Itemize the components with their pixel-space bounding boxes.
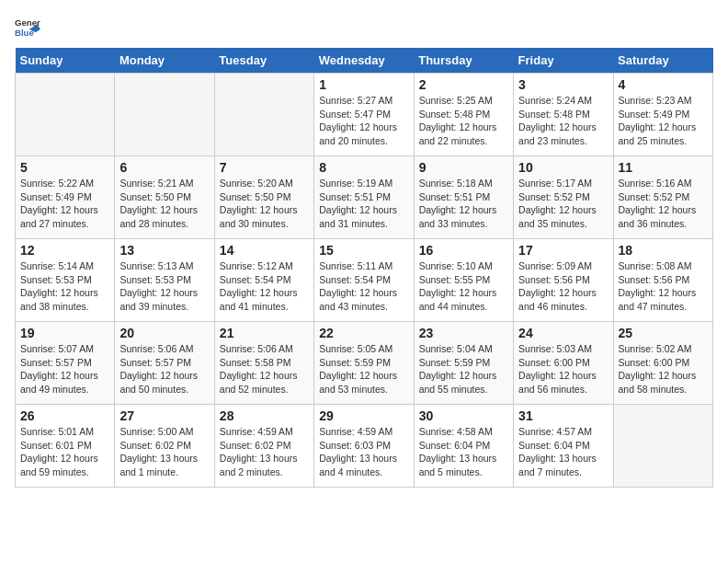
table-row: 19Sunrise: 5:07 AMSunset: 5:57 PMDayligh… [16, 322, 115, 405]
day-number: 7 [220, 160, 309, 175]
table-row: 23Sunrise: 5:04 AMSunset: 5:59 PMDayligh… [414, 322, 513, 405]
cell-info: Sunrise: 5:22 AMSunset: 5:49 PMDaylight:… [20, 177, 109, 231]
col-thursday: Thursday [414, 48, 513, 74]
day-number: 18 [619, 243, 708, 258]
col-sunday: Sunday [16, 48, 115, 74]
cell-info: Sunrise: 5:09 AMSunset: 5:56 PMDaylight:… [518, 259, 608, 314]
cell-info: Sunrise: 5:19 AMSunset: 5:51 PMDaylight:… [319, 177, 408, 231]
svg-text:Blue: Blue [15, 28, 34, 38]
day-number: 20 [119, 326, 209, 340]
table-row [16, 74, 115, 156]
cell-info: Sunrise: 5:23 AMSunset: 5:49 PMDaylight:… [619, 94, 708, 148]
day-number: 9 [419, 160, 508, 175]
col-monday: Monday [115, 48, 214, 74]
day-number: 26 [20, 408, 109, 423]
cell-info: Sunrise: 5:17 AMSunset: 5:52 PMDaylight:… [518, 177, 608, 231]
day-number: 17 [518, 243, 608, 258]
table-row: 31Sunrise: 4:57 AMSunset: 6:04 PMDayligh… [514, 405, 613, 488]
col-wednesday: Wednesday [314, 48, 414, 74]
header: General Blue [15, 15, 713, 40]
table-row: 1Sunrise: 5:27 AMSunset: 5:47 PMDaylight… [314, 74, 414, 156]
day-number: 6 [119, 160, 209, 175]
logo-icon: General Blue [15, 15, 40, 40]
day-number: 5 [20, 160, 109, 175]
table-row: 6Sunrise: 5:21 AMSunset: 5:50 PMDaylight… [115, 156, 214, 239]
day-number: 19 [20, 326, 109, 340]
cell-info: Sunrise: 5:03 AMSunset: 6:00 PMDaylight:… [518, 342, 608, 396]
table-row: 4Sunrise: 5:23 AMSunset: 5:49 PMDaylight… [613, 74, 712, 156]
table-row: 14Sunrise: 5:12 AMSunset: 5:54 PMDayligh… [214, 239, 313, 322]
cell-info: Sunrise: 5:01 AMSunset: 6:01 PMDaylight:… [20, 425, 109, 479]
calendar-week-row: 19Sunrise: 5:07 AMSunset: 5:57 PMDayligh… [16, 322, 713, 405]
calendar-week-row: 5Sunrise: 5:22 AMSunset: 5:49 PMDaylight… [16, 156, 713, 239]
day-number: 13 [119, 243, 209, 258]
day-number: 16 [419, 243, 508, 258]
table-row: 17Sunrise: 5:09 AMSunset: 5:56 PMDayligh… [514, 239, 613, 322]
day-number: 15 [319, 243, 408, 258]
day-number: 27 [119, 408, 209, 423]
cell-info: Sunrise: 5:11 AMSunset: 5:54 PMDaylight:… [319, 259, 408, 314]
cell-info: Sunrise: 5:08 AMSunset: 5:56 PMDaylight:… [619, 259, 708, 314]
cell-info: Sunrise: 4:59 AMSunset: 6:02 PMDaylight:… [220, 425, 309, 479]
day-number: 8 [319, 160, 408, 175]
cell-info: Sunrise: 5:10 AMSunset: 5:55 PMDaylight:… [419, 259, 508, 314]
day-number: 21 [220, 326, 309, 340]
day-number: 11 [619, 160, 708, 175]
cell-info: Sunrise: 5:21 AMSunset: 5:50 PMDaylight:… [119, 177, 209, 231]
table-row: 7Sunrise: 5:20 AMSunset: 5:50 PMDaylight… [214, 156, 313, 239]
day-number: 29 [319, 408, 408, 423]
day-number: 31 [518, 408, 608, 423]
cell-info: Sunrise: 5:02 AMSunset: 6:00 PMDaylight:… [619, 342, 708, 396]
table-row [115, 74, 214, 156]
cell-info: Sunrise: 5:13 AMSunset: 5:53 PMDaylight:… [119, 259, 209, 314]
day-number: 2 [419, 77, 508, 92]
cell-info: Sunrise: 4:57 AMSunset: 6:04 PMDaylight:… [518, 425, 608, 479]
cell-info: Sunrise: 5:07 AMSunset: 5:57 PMDaylight:… [20, 342, 109, 396]
cell-info: Sunrise: 5:14 AMSunset: 5:53 PMDaylight:… [20, 259, 109, 314]
day-number: 3 [518, 77, 608, 92]
cell-info: Sunrise: 5:12 AMSunset: 5:54 PMDaylight:… [220, 259, 309, 314]
table-row [613, 405, 712, 488]
day-number: 14 [220, 243, 309, 258]
logo: General Blue [15, 15, 40, 40]
cell-info: Sunrise: 5:06 AMSunset: 5:57 PMDaylight:… [119, 342, 209, 396]
cell-info: Sunrise: 5:18 AMSunset: 5:51 PMDaylight:… [419, 177, 508, 231]
table-row: 28Sunrise: 4:59 AMSunset: 6:02 PMDayligh… [214, 405, 313, 488]
calendar-week-row: 12Sunrise: 5:14 AMSunset: 5:53 PMDayligh… [16, 239, 713, 322]
table-row: 13Sunrise: 5:13 AMSunset: 5:53 PMDayligh… [115, 239, 214, 322]
calendar-week-row: 1Sunrise: 5:27 AMSunset: 5:47 PMDaylight… [16, 74, 713, 156]
cell-info: Sunrise: 5:16 AMSunset: 5:52 PMDaylight:… [619, 177, 708, 231]
cell-info: Sunrise: 5:27 AMSunset: 5:47 PMDaylight:… [319, 94, 408, 148]
table-row: 10Sunrise: 5:17 AMSunset: 5:52 PMDayligh… [514, 156, 613, 239]
col-friday: Friday [514, 48, 613, 74]
table-row: 5Sunrise: 5:22 AMSunset: 5:49 PMDaylight… [16, 156, 115, 239]
day-number: 25 [619, 326, 708, 340]
table-row: 22Sunrise: 5:05 AMSunset: 5:59 PMDayligh… [314, 322, 414, 405]
day-number: 1 [319, 77, 408, 92]
table-row: 21Sunrise: 5:06 AMSunset: 5:58 PMDayligh… [214, 322, 313, 405]
table-row: 11Sunrise: 5:16 AMSunset: 5:52 PMDayligh… [613, 156, 712, 239]
col-tuesday: Tuesday [214, 48, 313, 74]
table-row: 29Sunrise: 4:59 AMSunset: 6:03 PMDayligh… [314, 405, 414, 488]
calendar-table: Sunday Monday Tuesday Wednesday Thursday… [15, 48, 713, 488]
table-row: 2Sunrise: 5:25 AMSunset: 5:48 PMDaylight… [414, 74, 513, 156]
table-row: 24Sunrise: 5:03 AMSunset: 6:00 PMDayligh… [514, 322, 613, 405]
day-number: 22 [319, 326, 408, 340]
cell-info: Sunrise: 4:59 AMSunset: 6:03 PMDaylight:… [319, 425, 408, 479]
table-row: 27Sunrise: 5:00 AMSunset: 6:02 PMDayligh… [115, 405, 214, 488]
day-number: 12 [20, 243, 109, 258]
table-row: 12Sunrise: 5:14 AMSunset: 5:53 PMDayligh… [16, 239, 115, 322]
table-row: 25Sunrise: 5:02 AMSunset: 6:00 PMDayligh… [613, 322, 712, 405]
table-row: 26Sunrise: 5:01 AMSunset: 6:01 PMDayligh… [16, 405, 115, 488]
table-row [214, 74, 313, 156]
cell-info: Sunrise: 5:04 AMSunset: 5:59 PMDaylight:… [419, 342, 508, 396]
cell-info: Sunrise: 5:24 AMSunset: 5:48 PMDaylight:… [518, 94, 608, 148]
col-saturday: Saturday [613, 48, 712, 74]
table-row: 20Sunrise: 5:06 AMSunset: 5:57 PMDayligh… [115, 322, 214, 405]
table-row: 30Sunrise: 4:58 AMSunset: 6:04 PMDayligh… [414, 405, 513, 488]
cell-info: Sunrise: 5:00 AMSunset: 6:02 PMDaylight:… [119, 425, 209, 479]
day-number: 4 [619, 77, 708, 92]
cell-info: Sunrise: 5:05 AMSunset: 5:59 PMDaylight:… [319, 342, 408, 396]
table-row: 9Sunrise: 5:18 AMSunset: 5:51 PMDaylight… [414, 156, 513, 239]
day-number: 30 [419, 408, 508, 423]
